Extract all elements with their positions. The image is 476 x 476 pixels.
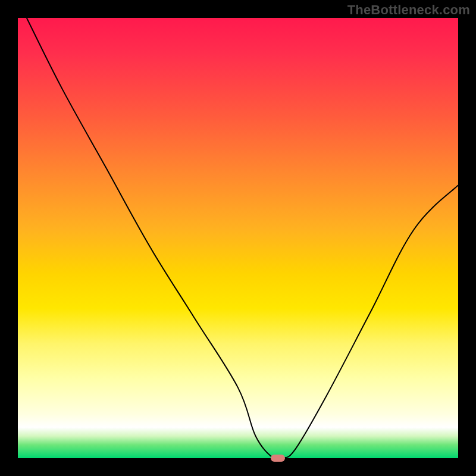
- curve-path: [27, 18, 458, 458]
- optimal-point-marker: [271, 455, 285, 462]
- plot-area: [18, 18, 458, 458]
- chart-frame: TheBottleneck.com: [0, 0, 476, 476]
- bottleneck-curve: [18, 18, 458, 458]
- watermark: TheBottleneck.com: [347, 2, 470, 18]
